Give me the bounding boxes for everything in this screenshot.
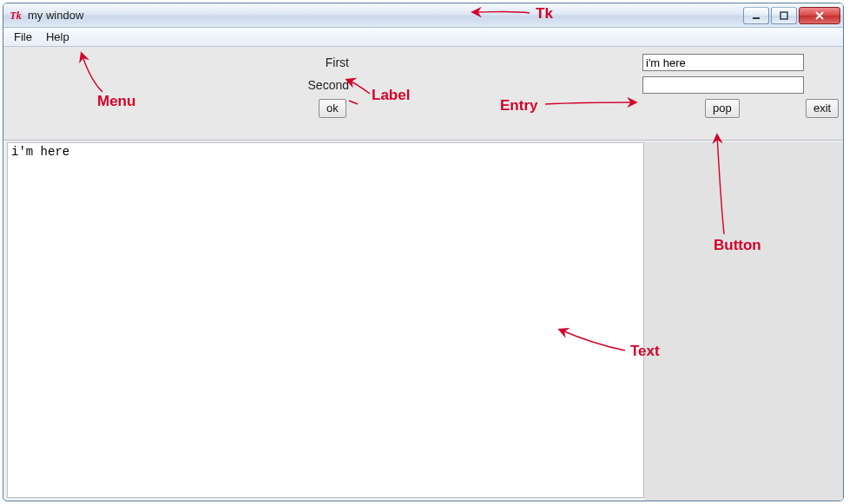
right-panel [644,142,843,501]
label-first: First [3,56,351,69]
entry-second[interactable] [642,76,804,94]
pop-button[interactable]: pop [705,99,740,118]
svg-rect-1 [780,12,787,19]
ok-button[interactable]: ok [319,99,346,118]
close-button[interactable] [799,7,840,24]
label-second: Second [3,78,351,92]
minimize-button[interactable] [743,7,769,24]
text-widget[interactable]: i'm here [7,142,644,498]
window-title: my window [28,9,83,22]
maximize-button[interactable] [771,7,797,24]
tk-window: Tk my window File Help Firs [3,3,844,501]
entry-first[interactable] [642,54,804,71]
menu-help[interactable]: Help [39,28,76,46]
menu-file[interactable]: File [7,28,39,46]
exit-button[interactable]: exit [806,99,839,118]
form-area: First Second ok pop exit [3,47,843,141]
menubar: File Help [3,28,843,47]
tk-icon: Tk [9,9,23,23]
titlebar[interactable]: Tk my window [3,3,843,28]
